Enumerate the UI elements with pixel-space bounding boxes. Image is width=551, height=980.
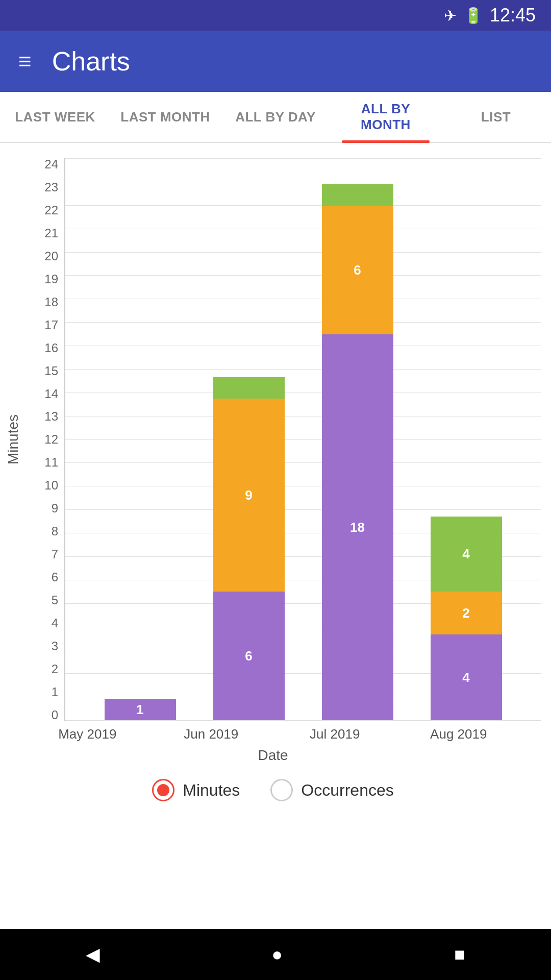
y-tick: 14 — [44, 388, 58, 400]
status-time: 12:45 — [490, 5, 536, 26]
bar-segment: 6 — [213, 592, 285, 720]
y-tick: 5 — [52, 594, 58, 606]
tab-last-week[interactable]: LAST WEEK — [0, 92, 110, 142]
y-tick: 4 — [52, 617, 58, 629]
legend-occurrences[interactable]: Occurrences — [270, 779, 393, 801]
bar-stack: 424 — [431, 517, 502, 720]
grid-line — [65, 720, 541, 721]
bar-segment: 1 — [105, 699, 176, 720]
x-tick: Jun 2019 — [176, 726, 247, 742]
bar-segment — [322, 184, 393, 206]
bar-stack: 96 — [213, 377, 285, 720]
bar-value-label: 4 — [462, 670, 469, 685]
legend-occurrences-label: Occurrences — [301, 781, 393, 800]
y-tick: 16 — [44, 342, 58, 354]
y-tick: 7 — [52, 548, 58, 560]
airplane-icon: ✈ — [444, 7, 457, 24]
y-tick: 19 — [44, 273, 58, 285]
bar-value-label: 1 — [136, 702, 143, 718]
status-bar: ✈ 🔋 12:45 — [0, 0, 551, 31]
y-tick: 8 — [52, 525, 58, 537]
bar-stack: 618 — [322, 184, 393, 720]
y-tick: 11 — [44, 456, 58, 469]
tab-last-month[interactable]: LAST MONTH — [110, 92, 220, 142]
y-tick: 10 — [44, 479, 58, 492]
y-tick: 24 — [44, 158, 58, 170]
y-tick: 23 — [44, 181, 58, 193]
chart-area: Minutes 24232221201918171615141312111098… — [5, 158, 541, 721]
bar-value-label: 2 — [462, 605, 469, 621]
chart-container: Minutes 24232221201918171615141312111098… — [0, 143, 551, 817]
tab-all-by-month[interactable]: ALL BY MONTH — [331, 92, 441, 142]
y-tick: 13 — [44, 410, 58, 423]
y-tick: 18 — [44, 296, 58, 308]
bar-value-label: 4 — [462, 546, 469, 562]
y-tick: 12 — [44, 433, 58, 446]
status-icons: ✈ 🔋 12:45 — [444, 5, 536, 26]
y-axis: 2423222120191817161514131211109876543210 — [23, 158, 64, 721]
legend-occurrences-radio[interactable] — [270, 779, 293, 801]
y-tick: 0 — [52, 709, 58, 721]
plot-area: 196618424 — [64, 158, 541, 721]
y-tick: 15 — [44, 365, 58, 377]
bar-segment: 6 — [322, 206, 393, 334]
back-button[interactable]: ◀ — [86, 944, 100, 965]
x-tick: Jul 2019 — [299, 726, 370, 742]
bar-value-label: 9 — [245, 487, 252, 503]
battery-icon: 🔋 — [464, 7, 483, 24]
bar-column: 618 — [322, 184, 393, 720]
y-tick: 20 — [44, 250, 58, 262]
bar-stack: 1 — [105, 699, 176, 720]
y-tick: 17 — [44, 319, 58, 331]
tab-all-by-day[interactable]: ALL BY DAY — [220, 92, 331, 142]
bar-value-label: 6 — [245, 648, 252, 664]
y-tick: 21 — [44, 227, 58, 239]
bottom-nav: ◀ ● ■ — [0, 929, 551, 980]
x-axis-title: Date — [5, 747, 541, 764]
app-bar: ≡ Charts — [0, 31, 551, 92]
x-tick: May 2019 — [52, 726, 123, 742]
bar-segment: 9 — [213, 399, 285, 592]
y-axis-label: Minutes — [5, 414, 21, 464]
legend-minutes[interactable]: Minutes — [152, 779, 240, 801]
y-tick: 9 — [52, 502, 58, 514]
tab-bar: LAST WEEK LAST MONTH ALL BY DAY ALL BY M… — [0, 92, 551, 143]
bar-value-label: 18 — [350, 520, 365, 535]
bar-value-label: 6 — [354, 262, 361, 278]
app-title: Charts — [52, 46, 130, 77]
y-tick: 22 — [44, 204, 58, 216]
y-tick: 3 — [52, 640, 58, 652]
bar-segment: 4 — [431, 634, 502, 720]
tab-list[interactable]: LIST — [441, 92, 551, 142]
x-axis: May 2019Jun 2019Jul 2019Aug 2019 — [5, 726, 541, 742]
y-tick: 1 — [52, 686, 58, 698]
home-button[interactable]: ● — [271, 944, 283, 965]
bar-segment: 18 — [322, 334, 393, 720]
bar-segment: 2 — [431, 592, 502, 634]
x-tick: Aug 2019 — [423, 726, 494, 742]
y-axis-wrapper: Minutes — [5, 158, 23, 721]
y-tick: 6 — [52, 571, 58, 583]
bar-column: 96 — [213, 377, 285, 720]
bar-column: 1 — [105, 699, 176, 720]
menu-icon[interactable]: ≡ — [18, 50, 32, 72]
legend: Minutes Occurrences — [5, 764, 541, 806]
bar-segment — [213, 377, 285, 399]
bars-group: 196618424 — [65, 158, 541, 720]
y-tick: 2 — [52, 663, 58, 675]
bar-column: 424 — [431, 517, 502, 720]
bar-segment: 4 — [431, 517, 502, 592]
legend-minutes-label: Minutes — [183, 781, 240, 800]
recents-button[interactable]: ■ — [454, 944, 465, 965]
legend-minutes-radio[interactable] — [152, 779, 174, 801]
